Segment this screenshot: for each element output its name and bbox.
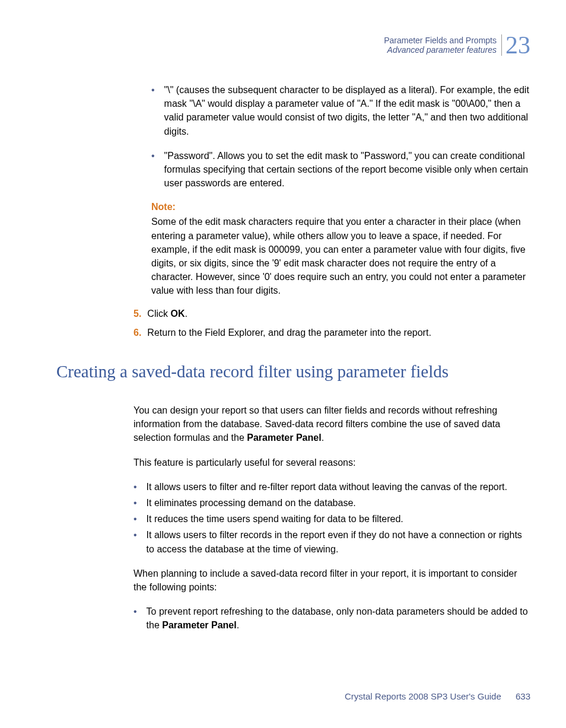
paragraph: This feature is particularly useful for …	[133, 456, 530, 469]
edit-mask-bullets: • "\" (causes the subsequent character t…	[151, 83, 530, 190]
bullet-item: • "Password". Allows you to set the edit…	[151, 149, 530, 190]
page-header: Parameter Fields and Prompts Advanced pa…	[384, 33, 530, 58]
step-item: 6. Return to the Field Explorer, and dra…	[133, 326, 530, 339]
page-footer: Crystal Reports 2008 SP3 User's Guide 63…	[345, 691, 530, 701]
section-heading: Creating a saved-data record filter usin…	[56, 361, 530, 382]
feature-text: It eliminates processing demand on the d…	[147, 496, 356, 510]
chapter-number: 23	[505, 33, 530, 58]
feature-item: • It allows users to filter and re-filte…	[133, 480, 530, 494]
note-block: Note: Some of the edit mask characters r…	[151, 202, 530, 297]
step-text: Click OK.	[147, 307, 187, 320]
header-divider	[501, 34, 502, 56]
numbered-steps: 5. Click OK. 6. Return to the Field Expl…	[133, 307, 530, 339]
bullet-icon: •	[133, 605, 137, 632]
bullet-icon: •	[133, 512, 137, 526]
planning-points: • To prevent report refreshing to the da…	[133, 605, 530, 632]
bullet-icon: •	[133, 480, 137, 494]
footer-page-number: 633	[516, 691, 530, 701]
step-text: Return to the Field Explorer, and drag t…	[147, 326, 431, 339]
feature-text: It allows users to filter and re-filter …	[147, 480, 507, 494]
note-label: Note:	[151, 202, 530, 212]
point-item: • To prevent report refreshing to the da…	[133, 605, 530, 632]
feature-item: • It allows users to filter records in t…	[133, 528, 530, 555]
step-item: 5. Click OK.	[133, 307, 530, 320]
feature-text: It allows users to filter records in the…	[147, 528, 530, 555]
paragraph: You can design your report so that users…	[133, 403, 530, 445]
feature-text: It reduces the time users spend waiting …	[147, 512, 403, 526]
footer-doc-title: Crystal Reports 2008 SP3 User's Guide	[345, 691, 501, 701]
point-text: To prevent report refreshing to the data…	[147, 605, 530, 632]
step-number: 6.	[133, 326, 141, 339]
feature-item: • It eliminates processing demand on the…	[133, 496, 530, 510]
bullet-item: • "\" (causes the subsequent character t…	[151, 83, 530, 138]
header-text-block: Parameter Fields and Prompts Advanced pa…	[384, 36, 497, 55]
step-number: 5.	[133, 307, 141, 320]
note-text: Some of the edit mask characters require…	[151, 215, 530, 297]
bullet-icon: •	[151, 83, 155, 138]
feature-item: • It reduces the time users spend waitin…	[133, 512, 530, 526]
bullet-text: "Password". Allows you to set the edit m…	[164, 149, 530, 190]
bullet-icon: •	[133, 528, 137, 555]
bullet-icon: •	[151, 149, 155, 190]
feature-bullets: • It allows users to filter and re-filte…	[133, 480, 530, 556]
header-chapter-title: Parameter Fields and Prompts	[384, 36, 497, 45]
bullet-icon: •	[133, 496, 137, 510]
page-content: • "\" (causes the subsequent character t…	[56, 83, 530, 643]
paragraph: When planning to include a saved-data re…	[133, 567, 530, 594]
header-section-title: Advanced parameter features	[384, 45, 497, 55]
bullet-text: "\" (causes the subsequent character to …	[164, 83, 530, 138]
